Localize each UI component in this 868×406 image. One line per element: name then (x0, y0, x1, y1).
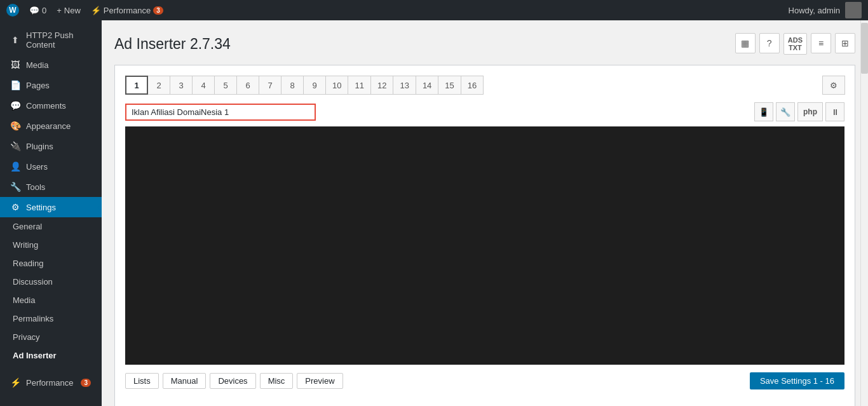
ad-name-input[interactable] (125, 104, 316, 121)
new-link[interactable]: + New (57, 6, 81, 15)
submenu-privacy[interactable]: Privacy (0, 328, 102, 346)
media-icon: 🖼 (10, 60, 21, 70)
tab-12[interactable]: 12 (370, 76, 393, 95)
bottom-action-buttons: Lists Manual Devices Misc Preview (125, 373, 343, 389)
tab-settings-button[interactable]: ⚙ (822, 76, 845, 95)
ad-name-row: 📱 🔧 php ⏸ (125, 102, 844, 121)
tab-10[interactable]: 10 (325, 76, 348, 95)
ads-txt-button[interactable]: ADSTXT (783, 33, 807, 55)
submenu-reading[interactable]: Reading (0, 254, 102, 273)
title-buttons: ▦ ? ADSTXT ≡ ⊞ (735, 33, 855, 55)
users-icon: 👤 (10, 161, 21, 172)
sidebar-item-performance[interactable]: ⚡ Performance 3 (0, 372, 102, 393)
submenu-permalinks[interactable]: Permalinks (0, 309, 102, 328)
grid-view-button[interactable]: ⊞ (835, 33, 855, 53)
comments-icon: 💬 (10, 100, 21, 111)
comment-icon: 💬 (29, 6, 39, 15)
sidebar-item-tools[interactable]: 🔧 Tools (0, 177, 102, 197)
page-title: Ad Inserter 2.7.34 (114, 36, 231, 53)
performance-label: Performance (104, 6, 151, 15)
sidebar-item-plugins[interactable]: 🔌 Plugins (0, 136, 102, 156)
performance-link[interactable]: ⚡ Performance 3 (91, 6, 163, 15)
pages-icon: 📄 (10, 80, 21, 90)
settings-wrench-button[interactable]: 🔧 (776, 102, 795, 121)
sidebar-label-performance: Performance (26, 378, 73, 388)
tab-11[interactable]: 11 (348, 76, 370, 95)
misc-button[interactable]: Misc (260, 373, 294, 389)
submenu-discussion[interactable]: Discussion (0, 273, 102, 291)
sidebar-label-tools: Tools (26, 182, 45, 192)
performance-badge: 3 (153, 6, 163, 15)
plugin-box: 1 2 3 4 5 6 7 8 9 10 11 12 13 14 15 16 ⚙ (114, 65, 855, 406)
sidebar-performance-badge: 3 (81, 379, 91, 387)
sidebar-label-pages: Pages (26, 81, 50, 90)
code-editor[interactable] (125, 126, 844, 365)
plus-icon: + (57, 6, 62, 15)
comment-count: 0 (42, 6, 46, 15)
php-button[interactable]: php (797, 102, 823, 121)
tab-8[interactable]: 8 (281, 76, 304, 95)
tab-1[interactable]: 1 (125, 76, 148, 95)
tab-15[interactable]: 15 (438, 76, 461, 95)
tab-row: 1 2 3 4 5 6 7 8 9 10 11 12 13 14 15 16 ⚙ (125, 76, 844, 95)
plugin-title-row: Ad Inserter 2.7.34 ▦ ? ADSTXT ≡ ⊞ (114, 33, 855, 55)
layout-view-button[interactable]: ▦ (735, 33, 756, 53)
tab-2[interactable]: 2 (147, 76, 170, 95)
bottom-toolbar: Lists Manual Devices Misc Preview Save S… (125, 372, 844, 397)
admin-avatar (845, 2, 862, 18)
sidebar-label-plugins: Plugins (26, 142, 53, 151)
sidebar-label-settings: Settings (26, 203, 56, 212)
howdy-text: Howdy, admin (789, 6, 840, 15)
new-label: New (64, 6, 81, 15)
sidebar-item-appearance[interactable]: 🎨 Appearance (0, 116, 102, 136)
tools-icon: 🔧 (10, 182, 21, 192)
list-view-button[interactable]: ≡ (811, 33, 831, 53)
tab-5[interactable]: 5 (214, 76, 237, 95)
tab-6[interactable]: 6 (236, 76, 259, 95)
admin-bar: W 💬 0 + New ⚡ Performance 3 Howdy, admin (0, 0, 868, 20)
preview-button[interactable]: Preview (297, 373, 342, 389)
submenu-ad-inserter[interactable]: Ad Inserter (0, 346, 102, 365)
sidebar-label-appearance: Appearance (26, 121, 71, 131)
wp-logo[interactable]: W (6, 4, 19, 17)
mobile-preview-button[interactable]: 📱 (754, 102, 773, 121)
settings-icon: ⚙ (10, 202, 21, 212)
pause-button[interactable]: ⏸ (825, 102, 844, 121)
sidebar-label-users: Users (26, 162, 48, 172)
submenu-writing[interactable]: Writing (0, 236, 102, 254)
ad-control-buttons: 📱 🔧 php ⏸ (754, 102, 844, 121)
submenu-general[interactable]: General (0, 217, 102, 236)
tab-13[interactable]: 13 (393, 76, 416, 95)
tab-4[interactable]: 4 (192, 76, 215, 95)
sidebar-label-comments: Comments (26, 101, 66, 111)
lists-button[interactable]: Lists (125, 373, 159, 389)
tab-3[interactable]: 3 (170, 76, 193, 95)
tab-7[interactable]: 7 (259, 76, 281, 95)
performance-sidebar-icon: ⚡ (10, 377, 21, 388)
sidebar-item-comments[interactable]: 💬 Comments (0, 95, 102, 116)
save-settings-button[interactable]: Save Settings 1 - 16 (750, 372, 844, 389)
sidebar-label-media: Media (26, 60, 48, 70)
http2-icon: ⬆ (10, 35, 21, 45)
tab-16[interactable]: 16 (461, 76, 484, 95)
sidebar-item-pages[interactable]: 📄 Pages (0, 75, 102, 95)
plugins-icon: 🔌 (10, 141, 21, 151)
sidebar-item-http2[interactable]: ⬆ HTTP2 Push Content (0, 25, 102, 55)
tab-14[interactable]: 14 (416, 76, 438, 95)
help-button[interactable]: ? (759, 33, 780, 53)
sidebar-item-users[interactable]: 👤 Users (0, 156, 102, 177)
admin-menu: ⬆ HTTP2 Push Content 🖼 Media 📄 Pages 💬 C… (0, 20, 102, 406)
sidebar-item-media[interactable]: 🖼 Media (0, 55, 102, 75)
devices-button[interactable]: Devices (210, 373, 255, 389)
main-content: Ad Inserter 2.7.34 ▦ ? ADSTXT ≡ ⊞ 1 2 3 … (102, 20, 868, 406)
sidebar-label-http2: HTTP2 Push Content (26, 30, 94, 50)
adminbar-right: Howdy, admin (789, 2, 862, 18)
submenu-media[interactable]: Media (0, 291, 102, 309)
sidebar-item-settings[interactable]: ⚙ Settings (0, 197, 102, 217)
manual-button[interactable]: Manual (163, 373, 207, 389)
appearance-icon: 🎨 (10, 121, 21, 131)
comments-link[interactable]: 💬 0 (29, 6, 46, 15)
performance-icon: ⚡ (91, 6, 101, 15)
tab-9[interactable]: 9 (303, 76, 326, 95)
